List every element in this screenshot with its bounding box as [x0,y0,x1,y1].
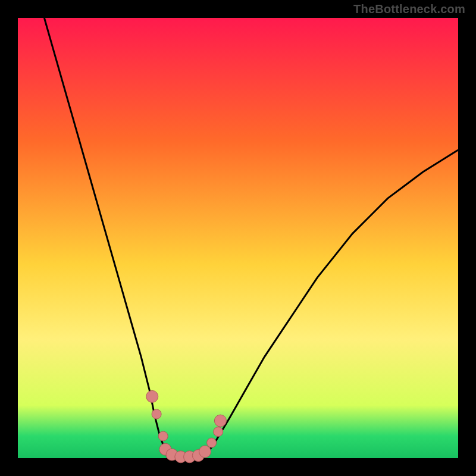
valley-marker [146,390,158,402]
watermark-text: TheBottleneck.com [353,2,465,16]
valley-marker [158,431,168,441]
valley-marker [199,446,211,458]
bottleneck-chart [0,0,476,476]
valley-marker [214,427,223,437]
chart-frame: TheBottleneck.com [0,0,476,476]
valley-marker [207,438,217,447]
valley-marker [152,409,161,419]
plot-gradient-background [18,18,458,458]
valley-marker [214,415,226,427]
